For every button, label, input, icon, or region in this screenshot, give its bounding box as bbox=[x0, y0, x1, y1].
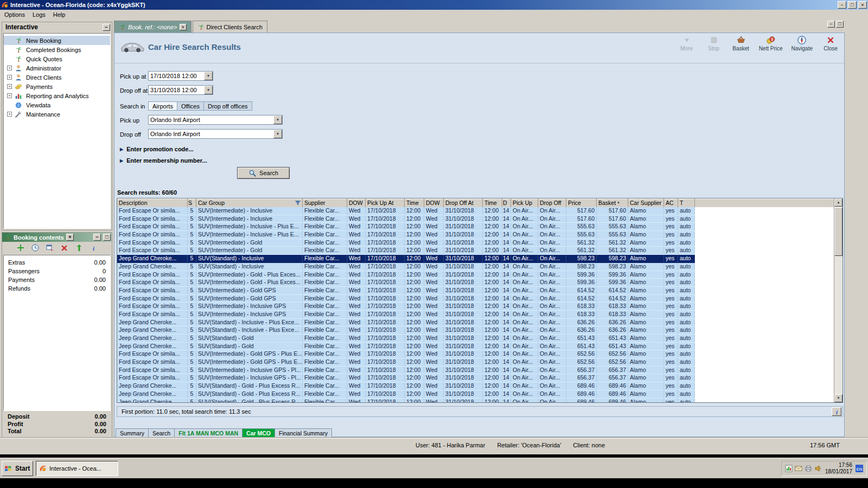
column-header-dow[interactable]: DOW bbox=[424, 198, 444, 207]
chevron-down-icon[interactable]: ▼ bbox=[204, 72, 213, 80]
column-header-car-group[interactable]: Car Group bbox=[196, 198, 303, 207]
dropoff-at-select[interactable]: 31/10/2018 12:00 ▼ bbox=[148, 85, 213, 95]
booking-maximize-button[interactable]: □ bbox=[103, 234, 111, 241]
booking-row-passengers[interactable]: Passengers0 bbox=[4, 267, 110, 275]
delete-button[interactable] bbox=[60, 243, 69, 253]
scroll-down-button[interactable]: ▼ bbox=[834, 394, 843, 402]
table-row[interactable]: Jeep Grand Cheroke...5SUV(Standard) - Go… bbox=[117, 390, 695, 399]
chevron-down-icon[interactable]: ▼ bbox=[204, 86, 213, 94]
bottom-tab-flt-1a-man-mco-man[interactable]: Flt 1A MAN MCO MAN bbox=[175, 428, 242, 438]
column-header-dow[interactable]: DOW bbox=[347, 198, 366, 207]
table-row[interactable]: Ford Escape Or simila...5SUV(Intermediat… bbox=[117, 215, 695, 223]
schedule-button[interactable] bbox=[30, 243, 40, 253]
expand-icon[interactable]: + bbox=[7, 84, 12, 89]
bottom-tab-car-mco[interactable]: Car MCO bbox=[242, 428, 275, 438]
add-button[interactable] bbox=[16, 243, 25, 253]
close-button[interactable]: × bbox=[858, 1, 867, 9]
pickup-at-select[interactable]: 17/10/2018 12:00 ▼ bbox=[148, 71, 213, 81]
language-icon[interactable]: EN bbox=[856, 465, 863, 472]
booking-row-refunds[interactable]: Refunds0.00 bbox=[4, 284, 110, 293]
column-header-ac[interactable]: AC bbox=[664, 198, 678, 207]
menu-help[interactable]: Help bbox=[49, 10, 69, 20]
booking-close-button[interactable]: × bbox=[66, 234, 74, 241]
tab-book-ref-none[interactable]: Book. ref.: <none>× bbox=[114, 21, 192, 33]
scroll-thumb[interactable] bbox=[834, 207, 843, 256]
sidebar-item-reporting-and-analytics[interactable]: +Reporting and Analytics bbox=[4, 91, 110, 100]
table-row[interactable]: Ford Escape Or simila...5SUV(Intermediat… bbox=[117, 303, 695, 311]
column-header-time[interactable]: Time bbox=[405, 198, 424, 207]
table-row[interactable]: Jeep Grand Cheroke...5SUV(Standard) - Go… bbox=[117, 343, 695, 351]
vertical-scrollbar[interactable]: ▲ ▼ bbox=[834, 198, 843, 402]
table-row[interactable]: Jeep Grand Cheroke...5SUV(Standard) - In… bbox=[117, 255, 695, 263]
table-row[interactable]: Jeep Grand Cheroke...5SUV(Standard) - In… bbox=[117, 326, 695, 335]
table-row[interactable]: Ford Escape Or simila...5SUV(Intermediat… bbox=[117, 247, 695, 255]
chevron-down-icon[interactable]: ▼ bbox=[273, 130, 282, 138]
table-row[interactable]: Jeep Grand Cheroke...5SUV(Standard) - Go… bbox=[117, 399, 695, 403]
mdi-minimize-button[interactable]: − bbox=[827, 21, 835, 28]
column-header-d[interactable]: D bbox=[502, 198, 511, 207]
column-header-drop-off[interactable]: Drop Off bbox=[538, 198, 566, 207]
nett-price-button[interactable]: $Nett Price bbox=[759, 35, 783, 52]
column-header-s[interactable]: S bbox=[188, 198, 196, 207]
maximize-button[interactable]: □ bbox=[848, 1, 857, 9]
scroll-up-button[interactable]: ▲ bbox=[834, 198, 843, 207]
table-row[interactable]: Ford Escape Or simila...5SUV(Intermediat… bbox=[117, 287, 695, 295]
table-row[interactable]: Ford Escape Or simila...5SUV(Intermediat… bbox=[117, 374, 695, 382]
sidebar-item-new-booking[interactable]: New Booking bbox=[4, 36, 110, 45]
table-row[interactable]: Ford Escape Or simila...5SUV(Intermediat… bbox=[117, 231, 695, 239]
tab-close-icon[interactable]: × bbox=[180, 24, 187, 30]
searchin-drop-off-offices[interactable]: Drop off offices bbox=[204, 101, 252, 111]
table-row[interactable]: Ford Escape Or simila...5SUV(Intermediat… bbox=[117, 350, 695, 358]
export-button[interactable] bbox=[74, 243, 84, 253]
pickup-select[interactable]: Orlando Intl Airport ▼ bbox=[148, 115, 283, 125]
collapse-panel-button[interactable]: − bbox=[103, 24, 110, 31]
dropoff-select[interactable]: Orlando Intl Airport ▼ bbox=[148, 129, 283, 139]
table-row[interactable]: Ford Escape Or simila...5SUV(Intermediat… bbox=[117, 358, 695, 367]
column-header-pick-up[interactable]: Pick Up bbox=[511, 198, 538, 207]
booking-minimize-button[interactable]: − bbox=[93, 234, 101, 241]
transfer-button[interactable] bbox=[45, 243, 55, 253]
table-row[interactable]: Ford Escape Or simila...5SUV(Intermediat… bbox=[117, 207, 695, 215]
audio-tray-icon[interactable] bbox=[814, 465, 822, 472]
table-row[interactable]: Ford Escape Or simila...5SUV(Intermediat… bbox=[117, 223, 695, 231]
table-row[interactable]: Jeep Grand Cheroke...5SUV(Standard) - In… bbox=[117, 319, 695, 327]
membership-number-expander[interactable]: ▶ Enter membership number... bbox=[120, 157, 207, 164]
column-header-time[interactable]: Time bbox=[483, 198, 502, 207]
table-row[interactable]: Jeep Grand Cheroke...5SUV(Standard) - Go… bbox=[117, 335, 695, 343]
navigate-button[interactable]: Navigate bbox=[792, 35, 813, 52]
mail-tray-icon[interactable] bbox=[795, 465, 802, 472]
column-header-pick-up-at[interactable]: Pick Up At bbox=[366, 198, 405, 207]
close-button[interactable]: Close bbox=[821, 35, 840, 52]
table-row[interactable]: Ford Escape Or simila...5SUV(Intermediat… bbox=[117, 271, 695, 279]
table-row[interactable]: Ford Escape Or simila...5SUV(Intermediat… bbox=[117, 295, 695, 303]
bottom-tab-search[interactable]: Search bbox=[149, 428, 175, 438]
mdi-restore-button[interactable]: □ bbox=[836, 21, 844, 28]
table-row[interactable]: Ford Escape Or simila...5SUV(Intermediat… bbox=[117, 367, 695, 375]
table-row[interactable]: Ford Escape Or simila...5SUV(Intermediat… bbox=[117, 239, 695, 247]
searchin-airports[interactable]: Airports bbox=[148, 101, 177, 111]
chevron-down-icon[interactable]: ▼ bbox=[273, 115, 282, 124]
table-row[interactable]: Jeep Grand Cheroke...5SUV(Standard) - Go… bbox=[117, 382, 695, 390]
column-header-description[interactable]: Description bbox=[117, 198, 188, 207]
expand-icon[interactable]: + bbox=[7, 75, 12, 80]
chart-tray-icon[interactable] bbox=[785, 465, 793, 472]
column-header-basket[interactable]: Basket▼ bbox=[597, 198, 628, 207]
column-header-supplier[interactable]: Supplier bbox=[303, 198, 347, 207]
search-button[interactable]: Search bbox=[237, 167, 290, 179]
basket-button[interactable]: Basket bbox=[732, 35, 750, 52]
booking-row-payments[interactable]: Payments0.00 bbox=[4, 275, 110, 284]
tab-direct-clients-search[interactable]: Direct Clients Search bbox=[193, 21, 267, 33]
info-button[interactable]: i bbox=[832, 407, 841, 416]
info-button[interactable]: i bbox=[89, 243, 99, 253]
promotion-code-expander[interactable]: ▶ Enter promotion code... bbox=[120, 146, 194, 152]
start-button[interactable]: Start bbox=[2, 461, 33, 476]
minimize-button[interactable]: − bbox=[838, 1, 846, 9]
table-row[interactable]: Ford Escape Or simila...5SUV(Intermediat… bbox=[117, 311, 695, 319]
sidebar-item-direct-clients[interactable]: +Direct Clients bbox=[4, 73, 110, 82]
sidebar-item-maintenance[interactable]: +Maintenance bbox=[4, 110, 110, 119]
table-row[interactable]: Ford Escape Or simila...5SUV(Intermediat… bbox=[117, 279, 695, 287]
menu-logs[interactable]: Logs bbox=[29, 10, 49, 20]
menu-options[interactable]: Options bbox=[1, 10, 29, 20]
bottom-tab-summary[interactable]: Summary bbox=[116, 428, 149, 438]
taskbar-app-button[interactable]: Interactive - Ocea... bbox=[36, 461, 118, 476]
